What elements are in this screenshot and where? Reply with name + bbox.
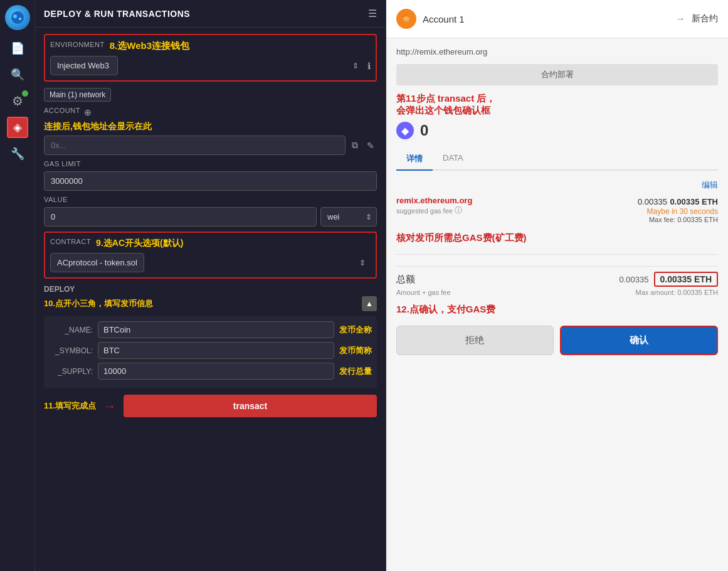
maybe-time: Maybe in 30 seconds [638,207,718,216]
contract-annotation: 9.选AC开头选项(默认) [96,238,183,249]
action-buttons: 拒绝 确认 [396,326,718,355]
eth-amount: 0 [420,122,428,139]
account-label-row: ACCOUNT ⊕ [44,107,377,118]
metamask-new-contract-label: 新合约 [692,13,718,24]
total-small: 0.00335 [620,275,649,284]
tabs-row: 详情 DATA [396,148,718,171]
deploy-fields: _NAME: 发币全称 _SYMBOL: 发币简称 _SUPPLY: 发行总量 [44,316,377,388]
max-fee: Max fee: 0.00335 ETH [638,216,718,223]
deploy-expand-row: 10.点开小三角，填写发币信息 ▲ [44,296,377,311]
metamask-account-label: Account 1 [423,14,669,24]
info-icon[interactable]: ℹ [367,61,371,71]
gas-limit-input[interactable] [44,171,377,191]
fee-sublabel: suggested gas fee ⓘ [396,205,472,216]
edit-icon[interactable]: ✎ [364,138,377,153]
symbol-field-input[interactable] [98,342,334,359]
env-label-row: ENVIRONMENT 8.选Web3连接钱包 [50,40,371,52]
app-logo [5,5,30,30]
deploy-button[interactable]: 合约部署 [396,64,718,85]
metamask-panel: Account 1 → 新合约 http://remix.ethereum.or… [386,0,728,571]
fee-label-col: remix.ethereum.org suggested gas fee ⓘ [396,196,472,216]
confirm-button[interactable]: 确认 [560,326,719,355]
sidebar-item-compiler[interactable]: ⚙ [7,90,28,112]
account-label: ACCOUNT [44,107,80,114]
tab-data[interactable]: DATA [433,148,473,171]
account-annotation: 连接后,钱包地址会显示在此 [44,121,377,132]
environment-annotation: 8.选Web3连接钱包 [110,40,189,52]
info-circle: ⓘ [455,205,462,216]
contract-label: CONTRACT [50,238,91,245]
amount-gas-note: Amount + gas fee Max amount: 0.00335 ETH [396,289,718,296]
gas-annotation: 核对发币所需总GAS费(矿工费) [396,232,718,244]
sidebar-item-file-explorer[interactable]: 📄 [7,38,28,59]
symbol-field-row: _SYMBOL: 发币简称 [49,342,372,359]
fee-label: remix.ethereum.org [396,196,472,205]
deploy-body: ENVIRONMENT 8.选Web3连接钱包 Injected Web3 Ja… [35,28,386,571]
total-label: 总额 [396,274,415,286]
sidebar-item-settings[interactable]: 🔧 [7,143,28,164]
contract-select[interactable]: ACprotocol - token.sol [50,253,144,272]
copy-icon[interactable]: ⧉ [349,137,361,153]
environment-select-wrapper: Injected Web3 JavaScript VM Web3 Provide… [50,56,364,75]
svg-point-1 [13,14,17,18]
max-amount-label: Max amount: 0.00335 ETH [636,289,718,296]
fee-value-col: 0.00335 0.00335 ETH Maybe in 30 seconds … [638,196,718,223]
metamask-arrow-icon: → [675,13,685,24]
metamask-header: Account 1 → 新合约 [386,0,728,38]
metamask-logo [396,9,416,29]
name-field-input[interactable] [98,321,334,338]
symbol-annotation: 发币简称 [339,345,372,356]
deploy-label: DEPLOY [44,285,377,294]
tab-details[interactable]: 详情 [396,148,433,171]
step11-annotation: 11.填写完成点 [44,400,96,412]
sidebar: 📄 🔍 ⚙ ◈ 🔧 [0,0,35,571]
metamask-url: http://remix.ethereum.org [396,47,718,56]
deploy-title: DEPLOY & RUN TRANSACTIONS [44,9,362,19]
supply-field-input[interactable] [98,363,334,380]
contract-select-wrapper: ACprotocol - token.sol [50,253,371,272]
environment-label: ENVIRONMENT [50,41,105,48]
divider [396,254,718,255]
value-input[interactable] [44,207,317,227]
value-section: VALUE wei gwei ether [44,196,377,227]
account-section: ACCOUNT ⊕ 连接后,钱包地址会显示在此 ⧉ ✎ [44,107,377,155]
svg-point-2 [19,18,21,20]
value-unit-wrapper: wei gwei ether [320,207,377,227]
deploy-section: DEPLOY 10.点开小三角，填写发币信息 ▲ _NAME: 发币全称 _SY… [44,285,377,417]
deploy-header: DEPLOY & RUN TRANSACTIONS ☰ [35,0,386,28]
menu-icon[interactable]: ☰ [368,8,377,19]
environment-select-row: Injected Web3 JavaScript VM Web3 Provide… [50,56,371,75]
eth-amount-row: ◆ 0 [396,122,718,139]
reject-button[interactable]: 拒绝 [396,326,554,355]
fee-row: remix.ethereum.org suggested gas fee ⓘ 0… [396,196,718,223]
value-row: wei gwei ether [44,207,377,227]
name-field-row: _NAME: 发币全称 [49,321,372,338]
supply-annotation: 发行总量 [339,366,372,377]
arrow-right-icon: → [103,399,116,414]
transact-button[interactable]: transact [124,395,377,417]
expand-deploy-button[interactable]: ▲ [362,296,377,311]
supply-field-label: _SUPPLY: [49,367,93,376]
amount-gas-label: Amount + gas fee [396,289,451,296]
environment-section: ENVIRONMENT 8.选Web3连接钱包 Injected Web3 Ja… [44,34,377,82]
fee-bold: 0.00335 ETH [670,197,718,206]
total-label-col: 总额 [396,274,415,286]
contract-section: CONTRACT 9.选AC开头选项(默认) ACprotocol - toke… [44,232,377,279]
svg-point-0 [11,11,24,24]
environment-select[interactable]: Injected Web3 JavaScript VM Web3 Provide… [50,56,118,75]
popup-annotation: 第11步点 transact 后， 会弹出这个钱包确认框 [396,93,718,117]
contract-label-row: CONTRACT 9.选AC开头选项(默认) [50,238,371,249]
edit-link[interactable]: 编辑 [396,179,718,191]
sidebar-item-search[interactable]: 🔍 [7,64,28,85]
account-input[interactable] [44,136,346,155]
step12-annotation: 12.点确认，支付GAS费 [396,304,718,316]
step10-annotation: 10.点开小三角，填写发币信息 [44,298,153,309]
total-values: 0.00335 0.00335 ETH [620,272,719,287]
sidebar-item-deploy[interactable]: ◈ [7,117,28,138]
name-annotation: 发币全称 [339,324,372,336]
add-account-icon[interactable]: ⊕ [84,107,92,117]
gas-limit-section: GAS LIMIT [44,160,377,191]
fee-small: 0.00335 [638,197,667,206]
metamask-body: http://remix.ethereum.org 合约部署 第11步点 tra… [386,38,728,571]
value-unit-select[interactable]: wei gwei ether [320,207,377,227]
